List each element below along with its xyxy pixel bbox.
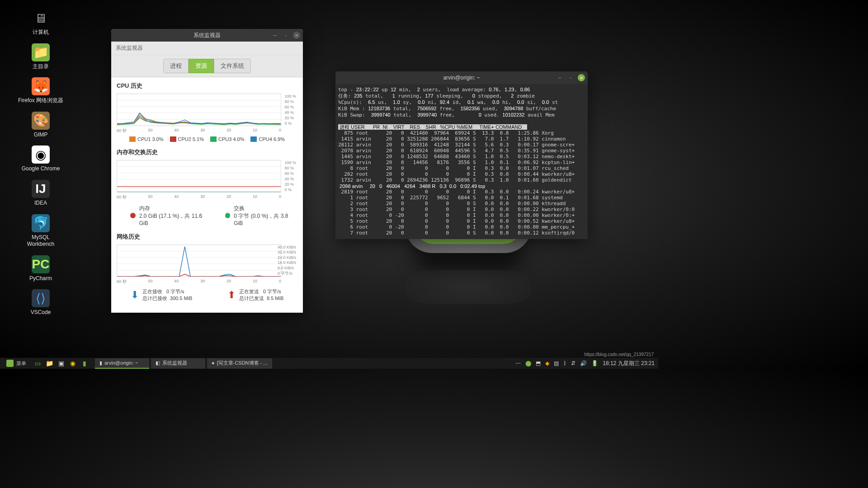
memory-section: 内存和交换历史 100 %80 %60 %40 %20 %0 % 60 秒504… — [117, 148, 297, 226]
gimp-icon: 🎨 — [32, 112, 50, 130]
desktop-icon-pycharm[interactable]: PCPyCharm — [18, 255, 63, 282]
mint-icon — [6, 360, 14, 367]
send-total: 8.5 MiB — [267, 296, 283, 301]
desktop-icon-vscode[interactable]: ⟨⟩VSCode — [18, 289, 63, 316]
net-heading: 网络历史 — [117, 233, 297, 241]
sysmon-menubar[interactable]: 系统监视器 — [111, 42, 303, 55]
system-tray: ⋯ ⬤ ⬒ ◆ ▤ ᛒ ⇵ 🔊 🔋 18:12 九星期三 23:21 — [515, 360, 655, 367]
memory-icon — [130, 213, 136, 218]
sysmon-titlebar[interactable]: 系统监视器 ─ ▫ ✕ — [111, 29, 303, 42]
recv-label: 正在接收 — [142, 289, 162, 294]
files2-icon[interactable]: ▮ — [80, 359, 89, 367]
minimize-button[interactable]: ─ — [271, 32, 278, 39]
wallpaper-mint-reflection — [405, 270, 532, 304]
cpu-legend: CPU1 3.0%CPU2 5.1%CPU3 4.0%CPU4 6.9% — [117, 136, 297, 142]
tab-filesystems[interactable]: 文件系统 — [214, 59, 251, 73]
idea-icon: IJ — [32, 180, 50, 198]
taskbar-window-2[interactable]: ●[写文章-CSDN博客 - ... — [207, 358, 272, 369]
terminal-icon[interactable]: ▣ — [57, 359, 65, 367]
tray-network-icon[interactable]: ⇵ — [571, 360, 576, 366]
tab-resources[interactable]: 资源 — [189, 59, 214, 73]
term-title: arvin@origin: ~ — [339, 75, 584, 81]
desktop-icon-home[interactable]: 📁主目录 — [18, 43, 63, 70]
swap-label: 交换 — [234, 205, 297, 212]
desktop-icon-firefox[interactable]: 🦊Firefox 网络浏览器 — [18, 77, 63, 104]
chrome-icon: ◉ — [32, 145, 50, 164]
vscode-icon: ⟨⟩ — [32, 289, 50, 307]
send-rate: 0 字节/s — [263, 289, 281, 294]
firefox-icon: 🦊 — [32, 77, 50, 95]
tray-clip-icon[interactable]: ▤ — [554, 360, 559, 366]
desktop-icons: 🖥计算机📁主目录🦊Firefox 网络浏览器🎨GIMP◉Google Chrom… — [18, 9, 63, 316]
tray-shield-icon[interactable]: ⬤ — [525, 360, 531, 366]
mem-chart: 100 %80 %60 %40 %20 %0 % — [117, 160, 281, 192]
terminal-body[interactable]: top - 23:22:22 up 12 min, 2 users, load … — [335, 84, 588, 239]
tray-app1-icon[interactable]: ⬒ — [536, 360, 541, 366]
tray-bluetooth-icon[interactable]: ᛒ — [563, 360, 566, 366]
swap-icon — [225, 213, 231, 218]
send-label: 正在发送 — [239, 289, 259, 294]
sysmon-tabbar: 进程 资源 文件系统 — [111, 55, 303, 77]
taskbar-window-1[interactable]: ◧系统监视器 — [151, 358, 205, 369]
start-menu-button[interactable]: 菜单 — [4, 360, 29, 367]
tbwin-icon: ▮ — [99, 360, 102, 366]
cpu-section: CPU 历史 100 %80 %60 %40 %20 %0 % 60 秒5040… — [117, 82, 297, 142]
chrome-icon[interactable]: ◉ — [69, 359, 77, 367]
close-button[interactable]: ✕ — [293, 32, 300, 39]
maximize-button[interactable]: ▫ — [282, 32, 289, 39]
tbwin-icon: ● — [212, 360, 215, 366]
system-monitor-window: 系统监视器 ─ ▫ ✕ 系统监视器 进程 资源 文件系统 CPU 历史 100 … — [111, 29, 303, 313]
close-button[interactable]: ✕ — [578, 74, 585, 81]
files-icon[interactable]: 📁 — [45, 359, 53, 367]
maximize-button[interactable]: ▫ — [567, 74, 574, 81]
desktop-icon-gimp[interactable]: 🎨GIMP — [18, 112, 63, 139]
net-chart: 40.0 KiB/s32.0 KiB/s24.0 KiB/s16.0 KiB/s… — [117, 244, 281, 277]
recv-rate: 0 字节/s — [166, 289, 184, 294]
terminal-window: arvin@origin: ~ ─ ▫ ✕ top - 23:22:22 up … — [335, 71, 588, 239]
computer-icon: 🖥 — [32, 9, 50, 27]
network-section: 网络历史 40.0 KiB/s32.0 KiB/s24.0 KiB/s16.0 … — [117, 233, 297, 302]
mysql-icon: 🐬 — [32, 214, 50, 232]
cpu-heading: CPU 历史 — [117, 82, 297, 90]
home-icon: 📁 — [32, 43, 50, 61]
download-icon: ⬇ — [131, 289, 139, 301]
mem-heading: 内存和交换历史 — [117, 148, 297, 156]
minimize-button[interactable]: ─ — [556, 74, 563, 81]
tray-battery-icon[interactable]: 🔋 — [591, 360, 598, 366]
tray-update-icon[interactable]: ◆ — [545, 360, 549, 366]
cpu-chart: 100 %80 %60 %40 %20 %0 % — [117, 94, 281, 126]
sysmon-content: CPU 历史 100 %80 %60 %40 %20 %0 % 60 秒5040… — [111, 77, 303, 313]
desktop-icon-chrome[interactable]: ◉Google Chrome — [18, 145, 63, 173]
quick-launch: ▭ 📁 ▣ ◉ ▮ — [33, 359, 89, 367]
desktop-icon-idea[interactable]: IJIDEA — [18, 180, 63, 207]
taskbar: 菜单 ▭ 📁 ▣ ◉ ▮ ▮arvin@origin: ~◧系统监视器●[写文章… — [0, 358, 658, 369]
recv-total: 300.5 MiB — [170, 296, 193, 301]
memory-value: 2.0 GiB (17.1 %)，共 11.6 GiB — [139, 212, 212, 226]
taskbar-window-0[interactable]: ▮arvin@origin: ~ — [95, 358, 149, 369]
tray-volume-icon[interactable]: 🔊 — [580, 360, 587, 366]
memory-label: 内存 — [139, 205, 212, 212]
term-titlebar[interactable]: arvin@origin: ~ ─ ▫ ✕ — [335, 71, 588, 84]
pycharm-icon: PC — [32, 255, 50, 273]
desktop-icon-computer[interactable]: 🖥计算机 — [18, 9, 63, 36]
tbwin-icon: ◧ — [156, 360, 160, 366]
desktop-icon-mysql[interactable]: 🐬MySQL Workbench — [18, 214, 63, 248]
tray-more-icon[interactable]: ⋯ — [515, 360, 521, 366]
swap-value: 0 字节 (0.0 %)，共 3.8 GiB — [234, 212, 297, 226]
upload-icon: ⬆ — [227, 289, 236, 301]
taskbar-windows: ▮arvin@origin: ~◧系统监视器●[写文章-CSDN博客 - ... — [95, 358, 272, 369]
tab-processes[interactable]: 进程 — [163, 59, 189, 73]
watermark: https://blog.csdn.net/qq_21397217 — [585, 352, 654, 357]
show-desktop-icon[interactable]: ▭ — [33, 359, 42, 367]
clock[interactable]: 18:12 九星期三 23:21 — [603, 360, 655, 367]
